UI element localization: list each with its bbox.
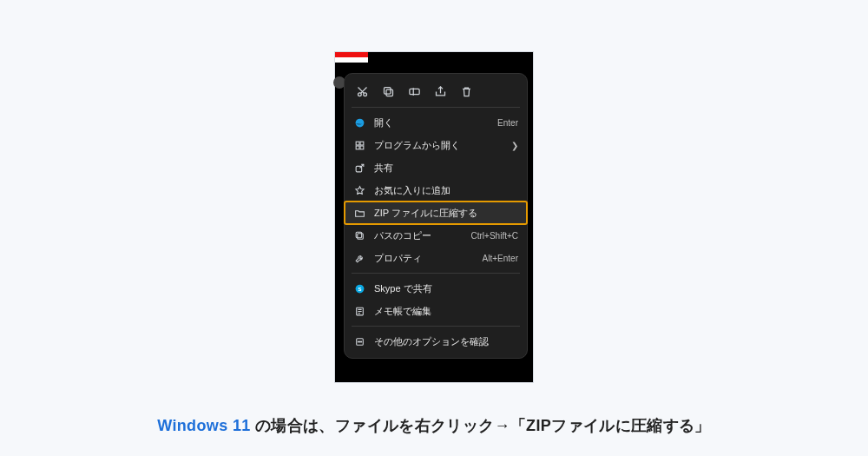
menu-item-label: 共有 [374,162,518,175]
share-out-icon [353,162,365,174]
svg-point-18 [358,340,359,341]
menu-item-properties[interactable]: プロパティ Alt+Enter [345,247,527,269]
svg-rect-11 [357,233,363,239]
svg-point-5 [355,118,364,127]
caption-accent: Windows 11 [157,417,250,434]
context-menu: 開く Enter プログラムから開く ❯ 共有 お気に入りに追加 [344,73,528,359]
menu-item-label: プログラムから開く [374,139,503,152]
caption: Windows 11 の場合は、ファイルを右クリック→「ZIPファイルに圧縮する… [0,415,868,436]
svg-rect-8 [356,146,359,149]
menu-item-shortcut: Alt+Enter [483,254,518,263]
menu-item-skype[interactable]: S Skype で共有 [345,277,527,300]
menu-item-notepad[interactable]: メモ帳で編集 [345,300,527,322]
copy-icon[interactable] [381,84,395,98]
svg-rect-4 [409,89,418,94]
svg-rect-6 [356,142,359,145]
notepad-icon [353,305,365,317]
open-with-icon [353,139,365,151]
menu-item-copy-path[interactable]: パスのコピー Ctrl+Shift+C [345,224,527,247]
menu-item-shortcut: Ctrl+Shift+C [471,231,518,241]
menu-item-zip[interactable]: ZIP ファイルに圧縮する [345,202,527,224]
menu-item-label: お気に入りに追加 [374,184,518,197]
edge-icon [353,116,365,129]
rename-icon[interactable] [407,84,421,98]
menu-item-shortcut: Enter [497,118,518,128]
svg-text:S: S [358,286,361,291]
menu-item-more-options[interactable]: その他のオプションを確認 [345,330,527,353]
menu-item-open-with[interactable]: プログラムから開く ❯ [345,134,527,156]
window-decoration [335,52,368,57]
divider [352,107,520,108]
svg-rect-2 [386,89,393,96]
menu-item-label: メモ帳で編集 [374,305,518,318]
folder-zip-icon [353,207,365,219]
chevron-right-icon: ❯ [511,141,518,150]
menu-item-favorite[interactable]: お気に入りに追加 [345,179,527,202]
delete-icon[interactable] [459,84,473,98]
svg-rect-3 [384,87,391,94]
divider [352,326,520,327]
menu-item-label: ZIP ファイルに圧縮する [374,207,518,220]
more-options-icon [353,335,365,347]
svg-point-17 [358,340,358,341]
share-icon[interactable] [433,84,447,98]
svg-rect-9 [360,146,364,149]
menu-item-label: プロパティ [374,252,474,265]
copy-path-icon [353,229,365,241]
star-icon [353,184,365,196]
wrench-icon [353,252,365,264]
svg-point-19 [360,340,361,341]
context-menu-toolbar [345,79,527,103]
cut-icon[interactable] [355,84,369,98]
caption-rest: の場合は、ファイルを右クリック→「ZIPファイルに圧縮する」 [251,417,711,434]
screenshot-frame: 開く Enter プログラムから開く ❯ 共有 お気に入りに追加 [335,52,533,382]
divider [352,273,520,274]
menu-item-label: パスのコピー [374,229,463,242]
menu-item-label: Skype で共有 [374,282,518,295]
menu-item-open[interactable]: 開く Enter [345,111,527,134]
svg-rect-7 [360,142,364,145]
svg-rect-12 [356,232,362,238]
menu-item-share[interactable]: 共有 [345,156,527,179]
menu-item-label: その他のオプションを確認 [374,335,518,348]
menu-item-label: 開く [374,116,489,129]
skype-icon: S [353,282,365,294]
